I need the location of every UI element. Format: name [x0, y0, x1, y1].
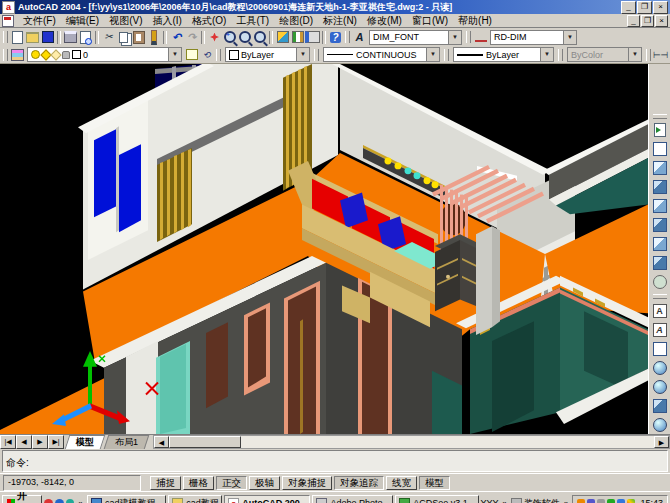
shade-gouraud-icon[interactable]	[651, 216, 669, 235]
toolbar-grip[interactable]	[653, 114, 667, 119]
snap-toggle[interactable]: 捕捉	[150, 476, 181, 490]
tool-palettes-icon[interactable]	[305, 30, 320, 44]
menu-format[interactable]: 格式(O)	[187, 14, 231, 28]
toolbar-grip[interactable]	[3, 49, 8, 61]
ortho-toggle[interactable]: 正交	[216, 476, 247, 490]
copy-icon[interactable]	[116, 30, 131, 44]
tray-icon-1[interactable]	[577, 499, 585, 503]
shade-hidden-icon[interactable]	[651, 178, 669, 197]
lineweight-combo[interactable]: ByLayer ▼	[453, 47, 554, 62]
grid-toggle[interactable]: 栅格	[183, 476, 214, 490]
taskbar-toolbar-deco[interactable]: 装饰软件	[524, 497, 560, 503]
doc-restore-button[interactable]: ❐	[641, 15, 654, 27]
toolbar-grip[interactable]	[653, 294, 667, 299]
menu-insert[interactable]: 插入(I)	[147, 14, 186, 28]
render-materials-icon[interactable]	[651, 358, 669, 377]
quick-launch-icon-2[interactable]	[55, 499, 64, 503]
dimension-linear-icon[interactable]: ⊢⊣	[653, 48, 668, 62]
close-button[interactable]: ×	[653, 1, 668, 14]
shade-gouraud-edges-icon[interactable]	[651, 254, 669, 273]
task-acdsee[interactable]: ACDSee v3.1...	[395, 495, 478, 503]
tab-layout1[interactable]: 布局1	[104, 435, 150, 449]
toolbar-overflow-icon[interactable]: »	[562, 499, 570, 503]
menu-view[interactable]: 视图(V)	[104, 14, 147, 28]
doc-minimize-button[interactable]: _	[627, 15, 640, 27]
polar-toggle[interactable]: 极轴	[249, 476, 280, 490]
toolbar-grip[interactable]	[3, 31, 8, 43]
render-mapping-icon[interactable]	[651, 377, 669, 396]
tray-icon-3[interactable]	[597, 499, 605, 503]
designcenter-icon[interactable]	[290, 30, 305, 44]
quick-launch-icon-3[interactable]	[66, 499, 75, 503]
match-properties-icon[interactable]	[146, 30, 161, 44]
color-combo[interactable]: ByLayer ▼	[225, 47, 310, 62]
model-space-toggle[interactable]: 模型	[419, 476, 450, 490]
plot-icon[interactable]	[63, 30, 78, 44]
chevron-down-icon[interactable]: ▼	[426, 48, 439, 61]
menu-file[interactable]: 文件(F)	[18, 14, 61, 28]
menu-dimension[interactable]: 标注(N)	[318, 14, 362, 28]
linetype-combo[interactable]: CONTINUOUS ▼	[323, 47, 440, 62]
zoom-realtime-icon[interactable]	[222, 30, 237, 44]
osnap-toggle[interactable]: 对象捕捉	[282, 476, 332, 490]
chevron-down-icon[interactable]: ▼	[296, 48, 309, 61]
chevron-down-icon[interactable]: ▼	[448, 31, 461, 44]
scroll-right-icon[interactable]: ▶	[654, 436, 669, 448]
toolbar-grip[interactable]	[216, 49, 221, 61]
tray-icon-4[interactable]	[607, 499, 615, 503]
toolbar-overflow-icon[interactable]: »	[501, 499, 509, 503]
properties-icon[interactable]	[275, 30, 290, 44]
help-icon[interactable]: ?	[328, 30, 343, 44]
cut-icon[interactable]: ✂	[101, 30, 116, 44]
start-button[interactable]: 开始	[2, 495, 42, 503]
task-cad-folder[interactable]: cad教程	[168, 495, 222, 503]
toolbar-grip[interactable]	[646, 49, 651, 61]
menu-draw[interactable]: 绘图(D)	[274, 14, 318, 28]
named-views-icon[interactable]	[651, 121, 669, 140]
layer-previous-icon[interactable]: ⟲	[199, 48, 214, 62]
new-icon[interactable]	[10, 30, 25, 44]
toolbar-grip[interactable]	[314, 49, 319, 61]
quick-launch-overflow-icon[interactable]: »	[76, 499, 84, 503]
zoom-window-icon[interactable]	[237, 30, 252, 44]
tab-next-button[interactable]: ▶	[32, 435, 48, 449]
shade-2d-wireframe-icon[interactable]	[651, 140, 669, 159]
task-autocad[interactable]: a AutoCAD 200...	[224, 495, 310, 503]
quick-launch-icon-1[interactable]	[44, 499, 53, 503]
chevron-down-icon[interactable]: ▼	[563, 31, 576, 44]
shade-3d-wireframe-icon[interactable]	[651, 159, 669, 178]
pan-icon[interactable]	[207, 30, 222, 44]
scroll-left-icon[interactable]: ◀	[154, 436, 169, 448]
doc-close-button[interactable]: ×	[655, 15, 668, 27]
menu-modify[interactable]: 修改(M)	[362, 14, 407, 28]
undo-icon[interactable]: ↶	[169, 30, 184, 44]
zoom-previous-icon[interactable]	[252, 30, 267, 44]
tab-last-button[interactable]: ▶|	[48, 435, 64, 449]
tray-icon-2[interactable]	[587, 499, 595, 503]
lineweight-toggle[interactable]: 线宽	[386, 476, 417, 490]
render-icon[interactable]: A	[651, 301, 669, 320]
open-icon[interactable]	[25, 30, 40, 44]
make-layer-current-icon[interactable]	[184, 48, 199, 62]
scrollbar-thumb[interactable]	[169, 436, 241, 448]
3d-orbit-icon[interactable]	[651, 272, 669, 291]
toolbar-grip[interactable]	[444, 49, 449, 61]
otrack-toggle[interactable]: 对象追踪	[334, 476, 384, 490]
render-fog-icon[interactable]	[651, 415, 669, 434]
layer-manager-icon[interactable]	[10, 48, 25, 62]
tab-model[interactable]: 模型	[65, 435, 106, 449]
minimize-button[interactable]: _	[621, 1, 636, 14]
menu-window[interactable]: 窗口(W)	[407, 14, 453, 28]
dim-style-combo[interactable]: RD-DIM ▼	[490, 30, 577, 45]
paste-icon[interactable]	[131, 30, 146, 44]
menu-tools[interactable]: 工具(T)	[231, 14, 274, 28]
shade-flat-edges-icon[interactable]	[651, 235, 669, 254]
horizontal-scrollbar[interactable]: ◀ ▶	[153, 435, 670, 449]
shade-flat-icon[interactable]	[651, 197, 669, 216]
tab-first-button[interactable]: |◀	[0, 435, 16, 449]
taskbar-toolbar-yyy[interactable]: YYY	[481, 498, 499, 503]
redo-icon[interactable]: ↷	[184, 30, 199, 44]
text-style-combo[interactable]: DIM_FONT ▼	[369, 30, 462, 45]
render-scenes-icon[interactable]: A	[651, 320, 669, 339]
tray-icon-6[interactable]	[627, 499, 635, 503]
